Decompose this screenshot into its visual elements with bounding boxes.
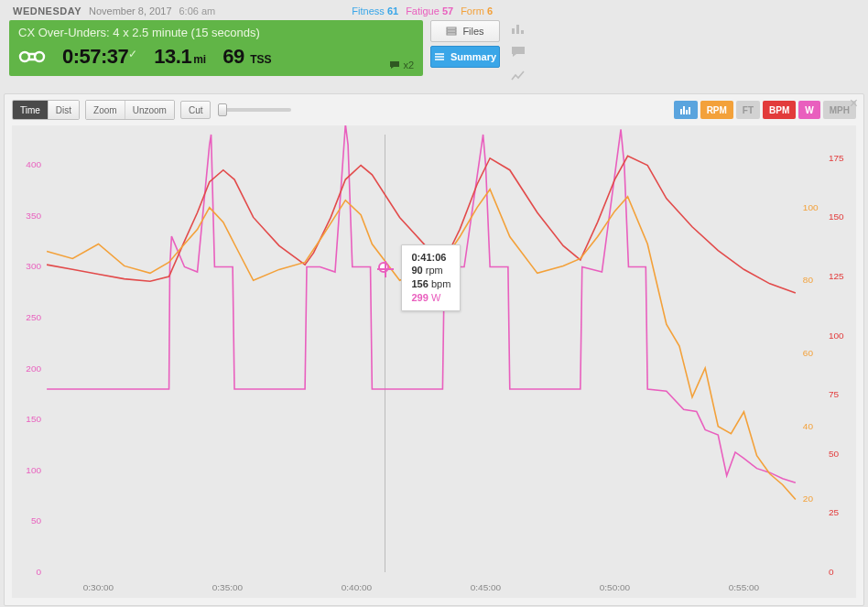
svg-text:100: 100 (26, 465, 41, 475)
plot-area[interactable]: 0501001502002503003504002040608010002550… (12, 125, 856, 598)
analytics-icon[interactable] (511, 22, 526, 38)
files-icon (446, 26, 457, 37)
tss: 69 TSS (222, 45, 271, 69)
svg-text:0: 0 (36, 567, 41, 577)
svg-text:40: 40 (803, 421, 814, 431)
svg-text:125: 125 (829, 271, 844, 281)
zoom-segment: Zoom Unzoom (85, 100, 175, 120)
tooltip-rpm: 90 rpm (411, 264, 450, 277)
svg-text:0: 0 (829, 567, 834, 577)
svg-rect-6 (516, 25, 519, 34)
svg-text:75: 75 (829, 389, 840, 399)
time: 6:06 am (179, 5, 216, 16)
svg-text:175: 175 (829, 153, 844, 163)
w-toggle[interactable]: W (798, 101, 819, 119)
svg-text:400: 400 (26, 159, 41, 169)
bars-icon (680, 105, 691, 114)
svg-text:0:50:00: 0:50:00 (600, 582, 631, 592)
form-label: Form 6 (461, 5, 493, 16)
bars-toggle[interactable] (674, 101, 698, 119)
summary-icon (434, 51, 445, 62)
fatigue-label: Fatigue 57 (406, 5, 453, 16)
distance: 13.1mi (154, 45, 206, 69)
svg-text:100: 100 (803, 202, 819, 212)
svg-rect-7 (521, 30, 524, 34)
trends-icon[interactable] (511, 70, 526, 86)
bike-chain-icon (18, 49, 46, 65)
svg-text:0:40:00: 0:40:00 (342, 582, 373, 592)
svg-text:80: 80 (803, 275, 814, 285)
svg-rect-5 (512, 28, 515, 34)
svg-text:25: 25 (829, 508, 840, 518)
svg-rect-11 (689, 107, 690, 114)
unzoom-button[interactable]: Unzoom (125, 101, 174, 119)
svg-rect-9 (683, 106, 685, 114)
date: November 8, 2017 (89, 5, 172, 16)
svg-text:0:55:00: 0:55:00 (729, 582, 760, 592)
svg-text:0:45:00: 0:45:00 (471, 582, 502, 592)
xaxis-dist-button[interactable]: Dist (49, 101, 79, 119)
svg-rect-4 (447, 33, 456, 35)
svg-text:200: 200 (26, 363, 41, 374)
chart-panel: × Time Dist Zoom Unzoom Cut RPM FT BPM W… (4, 93, 864, 606)
xaxis-time-button[interactable]: Time (13, 101, 49, 119)
workout-title: CX Over-Unders: 4 x 2.5 minute (15 secon… (18, 26, 414, 39)
svg-rect-2 (447, 27, 456, 29)
rpm-toggle[interactable]: RPM (700, 101, 733, 119)
svg-text:150: 150 (26, 414, 41, 424)
svg-rect-3 (447, 30, 456, 32)
check-icon: ✓ (128, 48, 137, 60)
svg-text:100: 100 (829, 331, 844, 341)
svg-text:0:35:00: 0:35:00 (212, 582, 244, 592)
svg-text:60: 60 (803, 348, 814, 358)
svg-text:150: 150 (829, 211, 844, 222)
zoom-button[interactable]: Zoom (86, 101, 125, 119)
bpm-toggle[interactable]: BPM (763, 101, 796, 119)
svg-text:350: 350 (26, 211, 41, 221)
workout-card[interactable]: CX Over-Unders: 4 x 2.5 minute (15 secon… (9, 20, 423, 76)
comments-count[interactable]: x2 (389, 60, 414, 70)
files-button[interactable]: Files (430, 20, 500, 42)
comment-icon (389, 60, 400, 70)
tooltip-time: 0:41:06 (411, 251, 450, 265)
svg-text:250: 250 (26, 312, 41, 322)
svg-text:50: 50 (829, 449, 840, 459)
cut-button[interactable]: Cut (180, 101, 212, 119)
svg-text:20: 20 (803, 493, 814, 504)
ft-toggle[interactable]: FT (736, 101, 760, 119)
svg-rect-8 (680, 109, 682, 114)
xaxis-mode-segment: Time Dist (12, 100, 80, 120)
duration: 0:57:37✓ (62, 45, 137, 69)
fitness-label: Fitness 61 (352, 5, 398, 16)
svg-text:50: 50 (31, 516, 42, 526)
tooltip-w: 299 W (411, 291, 450, 305)
summary-button[interactable]: Summary (430, 46, 500, 68)
svg-text:0:30:00: 0:30:00 (83, 582, 114, 592)
svg-text:300: 300 (26, 262, 41, 272)
smooth-slider[interactable] (218, 108, 291, 112)
chat-icon[interactable] (511, 46, 526, 62)
svg-rect-10 (686, 110, 688, 114)
close-icon[interactable]: × (850, 96, 858, 111)
tooltip-bpm: 156 bpm (411, 277, 450, 291)
tooltip: 0:41:06 90 rpm 156 bpm 299 W (401, 244, 461, 311)
weekday: WEDNESDAY (13, 5, 81, 16)
